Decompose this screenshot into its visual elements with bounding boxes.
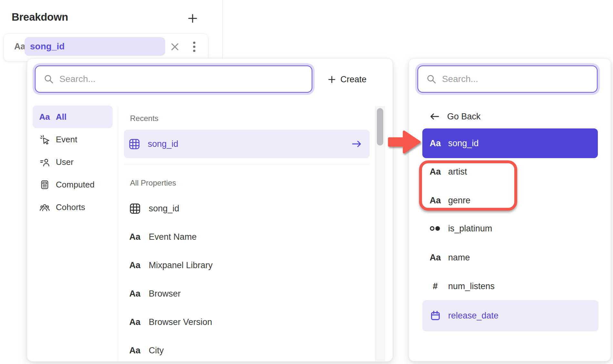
- grid-table-icon: [128, 203, 141, 215]
- breakdown-title: Breakdown: [12, 11, 68, 23]
- recents-header: Recents: [130, 114, 158, 123]
- search-icon: [427, 74, 436, 84]
- field-row-artist[interactable]: Aa artist: [422, 157, 598, 186]
- search-input[interactable]: [442, 69, 597, 89]
- field-row-song-id[interactable]: Aa song_id: [422, 128, 598, 158]
- arrow-left-icon: [429, 113, 440, 120]
- field-row-name[interactable]: Aa name: [422, 243, 598, 272]
- user-icon: [39, 157, 50, 167]
- field-row-is-platinum[interactable]: is_platinum: [422, 214, 598, 243]
- property-row-mixpanel-library[interactable]: Aa Mixpanel Library: [124, 251, 370, 279]
- boolean-type-icon: [429, 224, 442, 233]
- category-all[interactable]: Aa All: [33, 106, 113, 128]
- plus-icon: [188, 14, 197, 23]
- text-type-icon: Aa: [128, 289, 141, 299]
- panel-divider-line: [222, 0, 223, 58]
- category-computed[interactable]: Computed: [33, 173, 113, 196]
- category-user[interactable]: User: [33, 151, 113, 173]
- calculator-icon: [39, 180, 50, 190]
- text-type-icon: Aa: [39, 112, 50, 122]
- text-type-icon: Aa: [429, 196, 442, 206]
- field-row-release-date[interactable]: release_date: [422, 300, 598, 331]
- section-divider: [124, 165, 370, 165]
- property-row-browser[interactable]: Aa Browser: [124, 279, 370, 308]
- number-type-icon: #: [429, 281, 442, 291]
- scrollbar-track[interactable]: [375, 106, 385, 361]
- breakdown-chip[interactable]: Aa song_id: [3, 33, 208, 62]
- text-type-icon: Aa: [429, 167, 442, 177]
- property-list: song_id Aa Event Name Aa Mixpanel Librar…: [124, 194, 370, 364]
- people-group-icon: [39, 202, 50, 212]
- calendar-icon: [429, 310, 442, 321]
- create-property-button[interactable]: Create: [328, 71, 367, 87]
- recent-property-song-id[interactable]: song_id: [124, 130, 370, 158]
- property-row-city[interactable]: Aa City: [124, 336, 370, 364]
- screen: Breakdown Aa song_id: [0, 0, 613, 364]
- property-row-browser-version[interactable]: Aa Browser Version: [124, 308, 370, 336]
- go-back-button[interactable]: Go Back: [422, 107, 551, 126]
- field-row-num-listens[interactable]: # num_listens: [422, 272, 598, 300]
- breakdown-property-value: song_id: [30, 41, 65, 52]
- add-breakdown-button[interactable]: [187, 13, 198, 24]
- scrollbar-thumb[interactable]: [377, 108, 383, 146]
- property-row-song-id[interactable]: song_id: [124, 194, 370, 223]
- close-icon: [171, 43, 179, 51]
- grid-table-icon: [128, 138, 140, 150]
- search-icon: [44, 74, 54, 84]
- remove-breakdown-button[interactable]: [171, 43, 179, 51]
- text-type-icon: Aa: [429, 253, 442, 263]
- category-event[interactable]: Event: [33, 128, 113, 151]
- text-type-icon: Aa: [128, 260, 141, 270]
- search-input[interactable]: [59, 69, 312, 89]
- create-label: Create: [340, 75, 367, 85]
- kebab-menu-icon: [192, 41, 196, 52]
- property-row-event-name[interactable]: Aa Event Name: [124, 223, 370, 251]
- property-picker-panel: Create Aa All Event: [27, 58, 393, 362]
- category-cohorts[interactable]: Cohorts: [33, 196, 113, 218]
- breakdown-property-pill[interactable]: song_id: [25, 37, 165, 56]
- property-type-icon: Aa: [14, 34, 25, 59]
- text-type-icon: Aa: [128, 232, 141, 242]
- all-properties-header: All Properties: [130, 178, 176, 187]
- plus-icon: [328, 76, 336, 83]
- text-type-icon: Aa: [429, 138, 442, 148]
- property-drilldown-panel: Go Back Aa song_id Aa artist Aa genre is…: [408, 58, 611, 361]
- arrow-right-icon: [351, 140, 362, 148]
- text-type-icon: Aa: [128, 317, 141, 327]
- cursor-click-icon: [39, 135, 50, 145]
- drilldown-search[interactable]: [417, 66, 598, 93]
- field-row-genre[interactable]: Aa genre: [422, 186, 598, 215]
- sidebar-divider: [118, 107, 118, 361]
- breakdown-options-button[interactable]: [192, 41, 196, 52]
- text-type-icon: Aa: [128, 346, 141, 356]
- category-sidebar: Aa All Event: [33, 106, 114, 218]
- property-search[interactable]: [35, 66, 312, 93]
